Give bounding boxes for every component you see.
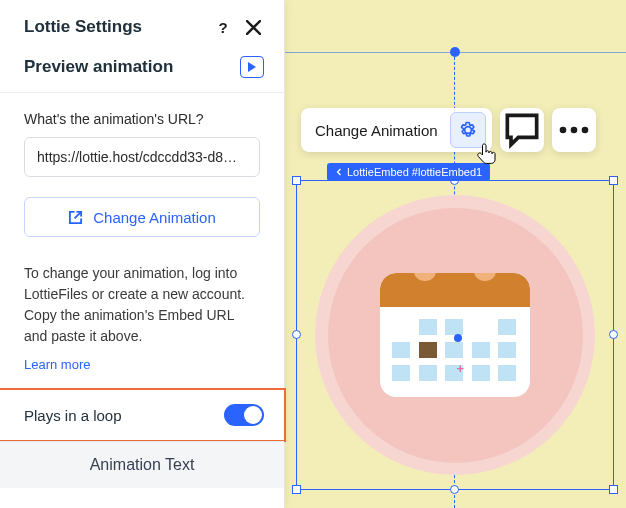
animation-url-input[interactable] [24,137,260,177]
editor-canvas[interactable]: Change Animation LottieEmbed #lottieEmbe… [285,0,626,508]
resize-handle-bm[interactable] [450,485,459,494]
resize-handle-br[interactable] [609,485,618,494]
change-animation-label: Change Animation [93,209,216,226]
panel-header: Lottie Settings ? [0,0,284,48]
external-link-icon [68,210,83,225]
chevron-left-icon [335,168,343,176]
panel-title: Lottie Settings [24,17,204,37]
close-icon[interactable] [242,16,264,38]
svg-point-1 [570,127,577,134]
animation-text-section[interactable]: Animation Text [0,441,284,488]
loop-toggle[interactable] [224,404,264,426]
preview-label: Preview animation [24,57,240,77]
resize-handle-lm[interactable] [292,330,301,339]
toolbar-change-animation[interactable]: Change Animation [315,122,444,139]
lottie-settings-panel: Lottie Settings ? Preview animation What… [0,0,285,508]
resize-handle-tl[interactable] [292,176,301,185]
element-tag-label: LottieEmbed #lottieEmbed1 [347,166,482,178]
help-text: To change your animation, log into Lotti… [0,255,284,351]
chat-icon [500,108,544,152]
loop-label: Plays in a loop [24,407,224,424]
url-section: What's the animation's URL? [0,93,284,189]
comment-button[interactable] [500,108,544,152]
element-tag[interactable]: LottieEmbed #lottieEmbed1 [327,163,490,181]
svg-point-0 [559,127,566,134]
change-animation-button[interactable]: Change Animation [24,197,260,237]
calendar-graphic: + [380,273,530,397]
svg-point-2 [581,127,588,134]
gear-icon [458,120,478,140]
settings-button[interactable] [450,112,486,148]
toolbar-main: Change Animation [301,108,492,152]
more-icon [552,108,596,152]
plays-in-loop-row: Plays in a loop [0,388,286,442]
resize-handle-tr[interactable] [609,176,618,185]
lottie-preview: + [305,189,605,481]
url-label: What's the animation's URL? [24,111,260,127]
resize-handle-bl[interactable] [292,485,301,494]
resize-handle-rm[interactable] [609,330,618,339]
selection-frame[interactable]: + [296,180,614,490]
preview-row[interactable]: Preview animation [0,48,284,93]
more-button[interactable] [552,108,596,152]
learn-more-link[interactable]: Learn more [0,351,284,388]
element-toolbar: Change Animation [301,108,596,152]
play-icon[interactable] [240,56,264,78]
help-icon[interactable]: ? [212,16,234,38]
